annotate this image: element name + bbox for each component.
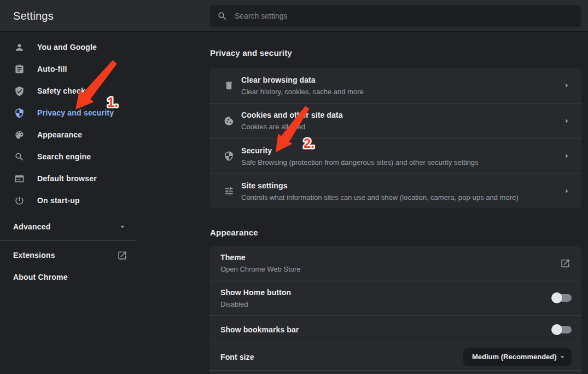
sidebar-item-label: Search engine — [37, 152, 91, 161]
row-font-size: Font size Medium (Recommended) — [209, 343, 581, 371]
sidebar-item-privacy-and-security[interactable]: Privacy and security — [0, 102, 153, 124]
show-bookmarks-bar-toggle[interactable] — [551, 324, 572, 335]
sidebar-item-label: You and Google — [37, 43, 97, 51]
chevron-right-icon — [562, 116, 572, 126]
chevron-right-icon — [562, 151, 572, 161]
search-input[interactable]: Search settings — [210, 5, 581, 27]
cookie-icon — [224, 116, 234, 126]
row-subtitle: Disabled — [220, 300, 543, 308]
row-show-home-button: Show Home button Disabled — [209, 280, 581, 316]
appearance-card: Theme Open Chrome Web Store Show Home bu… — [209, 246, 581, 374]
chevron-right-icon — [562, 186, 572, 196]
power-icon — [14, 195, 25, 206]
row-show-bookmarks-bar: Show bookmarks bar — [209, 316, 581, 343]
search-icon — [217, 11, 228, 21]
row-title: Cookies and other site data — [241, 111, 543, 119]
row-security[interactable]: Security Safe Browsing (protection from … — [209, 139, 581, 174]
autofill-icon — [14, 64, 25, 74]
row-cookies[interactable]: Cookies and other site data Cookies are … — [209, 103, 581, 139]
font-size-select[interactable]: Medium (Recommended) — [463, 348, 572, 366]
row-title: Theme — [220, 253, 543, 262]
external-link-icon — [560, 258, 570, 268]
row-subtitle: Cookies are allowed — [241, 123, 543, 131]
sidebar-item-extensions[interactable]: Extensions — [0, 244, 153, 266]
sidebar-divider — [0, 240, 136, 241]
chevron-down-icon — [118, 222, 127, 232]
font-size-value: Medium (Recommended) — [472, 353, 557, 361]
sidebar-item-label: Appearance — [37, 130, 82, 139]
sidebar-item-advanced[interactable]: Advanced — [0, 216, 153, 238]
safety-check-icon — [14, 86, 25, 96]
sidebar-item-autofill[interactable]: Auto-fill — [0, 58, 153, 80]
row-title: Site settings — [241, 181, 543, 190]
sidebar-item-label: Auto-fill — [37, 65, 67, 73]
appearance-section-heading: Appearance — [210, 228, 258, 237]
sidebar-item-appearance[interactable]: Appearance — [0, 124, 153, 146]
row-subtitle: Clear history, cookies, cache and more — [241, 88, 543, 96]
sidebar-item-about-chrome[interactable]: About Chrome — [0, 266, 153, 288]
extensions-label: Extensions — [13, 251, 55, 260]
row-title: Show bookmarks bar — [220, 325, 543, 334]
palette-icon — [14, 130, 25, 140]
row-theme[interactable]: Theme Open Chrome Web Store — [209, 246, 581, 280]
main-content: Privacy and security Clear browsing data… — [209, 32, 581, 374]
sidebar: You and Google Auto-fill Safety check Pr… — [0, 32, 153, 374]
person-icon — [14, 42, 25, 53]
chevron-down-icon — [557, 352, 567, 362]
chevron-right-icon — [562, 80, 572, 90]
sidebar-item-search-engine[interactable]: Search engine — [0, 146, 153, 168]
external-link-icon — [117, 250, 127, 261]
privacy-section-heading: Privacy and security — [210, 48, 292, 57]
sidebar-item-label: Safety check — [37, 87, 85, 95]
search-placeholder: Search settings — [235, 11, 288, 20]
row-subtitle: Safe Browsing (protection from dangerous… — [241, 158, 543, 166]
trash-icon — [224, 80, 234, 91]
sidebar-item-label: Privacy and security — [37, 108, 114, 117]
row-subtitle: Open Chrome Web Store — [220, 265, 543, 273]
row-title: Security — [241, 146, 543, 155]
shield-icon — [224, 151, 234, 162]
sidebar-item-default-browser[interactable]: Default browser — [0, 168, 153, 189]
shield-icon — [14, 108, 25, 118]
row-clear-browsing-data[interactable]: Clear browsing data Clear history, cooki… — [209, 68, 581, 103]
browser-icon — [14, 174, 25, 184]
chrome-settings-window: Settings Search settings You and Google … — [0, 0, 588, 374]
sidebar-item-safety-check[interactable]: Safety check — [0, 80, 153, 102]
advanced-label: Advanced — [13, 222, 51, 231]
page-title: Settings — [13, 0, 54, 32]
sidebar-item-on-startup[interactable]: On start-up — [0, 189, 153, 211]
row-title: Clear browsing data — [241, 76, 543, 84]
sidebar-item-label: Default browser — [37, 174, 97, 183]
row-site-settings[interactable]: Site settings Controls what information … — [209, 174, 581, 208]
toggle-knob — [551, 324, 562, 335]
privacy-card: Clear browsing data Clear history, cooki… — [209, 68, 581, 208]
row-title: Show Home button — [220, 288, 543, 297]
about-chrome-label: About Chrome — [13, 273, 68, 281]
show-home-button-toggle[interactable] — [551, 292, 572, 303]
tune-icon — [224, 186, 234, 197]
header: Settings Search settings — [0, 0, 588, 32]
toggle-knob — [551, 292, 562, 303]
row-subtitle: Controls what information sites can use … — [241, 193, 543, 202]
sidebar-item-you-and-google[interactable]: You and Google — [0, 36, 153, 58]
search-icon — [14, 152, 25, 162]
sidebar-item-label: On start-up — [37, 196, 80, 205]
